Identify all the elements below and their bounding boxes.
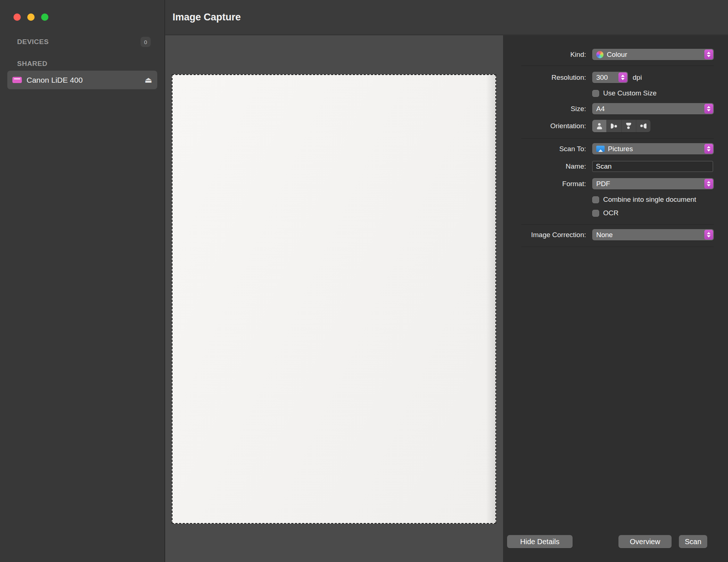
landscape-right-icon bbox=[640, 123, 646, 129]
orientation-landscape-right-button[interactable] bbox=[636, 120, 650, 132]
resolution-row: Resolution: 300 dpi bbox=[503, 72, 728, 83]
name-row: Name: bbox=[503, 161, 728, 172]
scan-button[interactable]: Scan bbox=[679, 535, 707, 548]
format-select[interactable]: PDF bbox=[592, 178, 714, 189]
format-label: Format: bbox=[503, 180, 586, 188]
landscape-left-icon bbox=[611, 123, 617, 129]
stepper-icon bbox=[704, 144, 713, 154]
window-title: Image Capture bbox=[173, 12, 241, 23]
stepper-icon bbox=[704, 50, 713, 59]
image-correction-label: Image Correction: bbox=[503, 231, 586, 239]
format-value: PDF bbox=[596, 180, 701, 188]
size-select[interactable]: A4 bbox=[592, 103, 714, 114]
colour-icon bbox=[596, 51, 604, 58]
orientation-portrait-flipped-button[interactable] bbox=[622, 120, 636, 132]
hide-details-button[interactable]: Hide Details bbox=[507, 535, 573, 548]
divider bbox=[521, 224, 714, 225]
zoom-button[interactable] bbox=[41, 13, 48, 21]
scan-to-select[interactable]: Pictures bbox=[592, 143, 714, 154]
shared-header: SHARED bbox=[17, 60, 47, 68]
sidebar: DEVICES 0 SHARED Canon LiDE 400 ⏏ bbox=[0, 0, 165, 562]
name-label: Name: bbox=[503, 162, 586, 170]
devices-header: DEVICES bbox=[17, 38, 49, 46]
ocr-checkbox[interactable] bbox=[592, 210, 599, 217]
portrait-flipped-icon bbox=[625, 123, 632, 129]
use-custom-size-label: Use Custom Size bbox=[603, 89, 657, 97]
shared-header-row: SHARED bbox=[17, 58, 151, 69]
scan-to-row: Scan To: Pictures bbox=[503, 143, 728, 154]
divider bbox=[521, 66, 714, 66]
divider bbox=[521, 247, 714, 247]
orientation-portrait-button[interactable] bbox=[592, 120, 607, 132]
image-correction-row: Image Correction: None bbox=[503, 229, 728, 240]
eject-icon[interactable]: ⏏ bbox=[145, 76, 152, 84]
settings-panel: Kind: Colour Resolution: 300 dpi bbox=[503, 35, 728, 562]
stepper-icon bbox=[618, 72, 627, 82]
divider bbox=[521, 138, 714, 139]
resolution-select[interactable]: 300 bbox=[592, 72, 628, 83]
resolution-unit: dpi bbox=[633, 74, 642, 82]
name-input[interactable] bbox=[592, 161, 713, 172]
overview-button[interactable]: Overview bbox=[618, 535, 672, 548]
kind-value: Colour bbox=[607, 51, 701, 59]
scanner-icon bbox=[12, 77, 22, 83]
kind-row: Kind: Colour bbox=[503, 49, 728, 60]
ocr-row: OCR bbox=[503, 209, 728, 217]
resolution-label: Resolution: bbox=[503, 74, 586, 82]
kind-label: Kind: bbox=[503, 51, 586, 59]
ocr-label: OCR bbox=[603, 209, 618, 217]
size-row: Size: A4 bbox=[503, 103, 728, 114]
portrait-icon bbox=[596, 123, 603, 129]
use-custom-size-row: Use Custom Size bbox=[503, 89, 728, 97]
size-label: Size: bbox=[503, 105, 586, 113]
stepper-icon bbox=[704, 104, 713, 114]
kind-select[interactable]: Colour bbox=[592, 49, 714, 60]
device-name: Canon LiDE 400 bbox=[27, 76, 140, 85]
close-button[interactable] bbox=[13, 13, 21, 21]
minimize-button[interactable] bbox=[27, 13, 35, 21]
titlebar: Image Capture bbox=[165, 0, 728, 35]
image-capture-window: DEVICES 0 SHARED Canon LiDE 400 ⏏ Image … bbox=[0, 0, 728, 562]
pictures-folder-icon bbox=[596, 146, 605, 152]
orientation-landscape-left-button[interactable] bbox=[607, 120, 621, 132]
resolution-value: 300 bbox=[596, 74, 616, 82]
stepper-icon bbox=[704, 179, 713, 189]
orientation-label: Orientation: bbox=[503, 122, 586, 130]
scan-preview-area bbox=[165, 35, 503, 562]
image-correction-select[interactable]: None bbox=[592, 229, 714, 240]
devices-header-row: DEVICES 0 bbox=[17, 36, 151, 47]
orientation-segmented-control bbox=[592, 120, 650, 132]
combine-label: Combine into single document bbox=[603, 196, 696, 204]
use-custom-size-checkbox[interactable] bbox=[592, 90, 599, 97]
image-correction-value: None bbox=[596, 231, 701, 239]
size-value: A4 bbox=[596, 105, 701, 113]
traffic-lights bbox=[13, 13, 48, 21]
scan-selection-region[interactable] bbox=[172, 74, 496, 524]
format-row: Format: PDF bbox=[503, 178, 728, 189]
stepper-icon bbox=[704, 230, 713, 240]
scan-to-label: Scan To: bbox=[503, 145, 586, 153]
devices-count-badge: 0 bbox=[141, 37, 151, 47]
scan-to-value: Pictures bbox=[608, 145, 701, 153]
combine-row: Combine into single document bbox=[503, 196, 728, 204]
orientation-row: Orientation: bbox=[503, 120, 728, 132]
sidebar-item-canon-lide-400[interactable]: Canon LiDE 400 ⏏ bbox=[7, 71, 157, 89]
combine-checkbox[interactable] bbox=[592, 196, 599, 203]
